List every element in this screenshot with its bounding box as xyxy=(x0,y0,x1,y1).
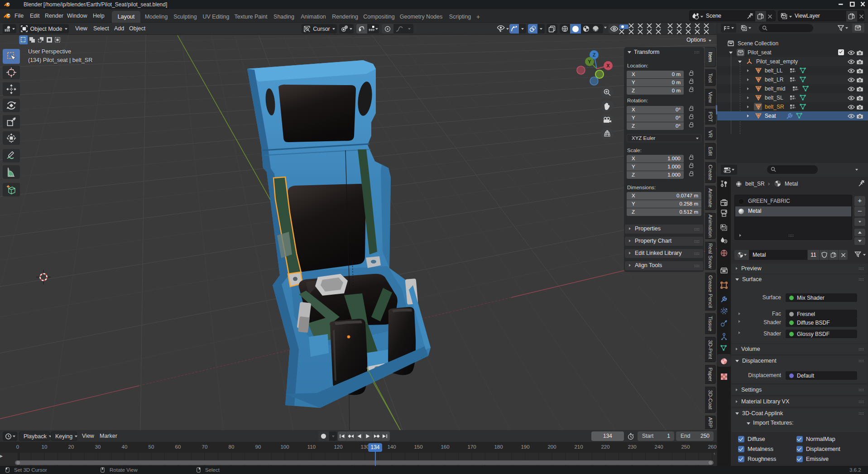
svg-text:X: X xyxy=(606,63,610,68)
svg-text:Y: Y xyxy=(588,59,591,64)
svg-text:Z: Z xyxy=(593,52,596,57)
